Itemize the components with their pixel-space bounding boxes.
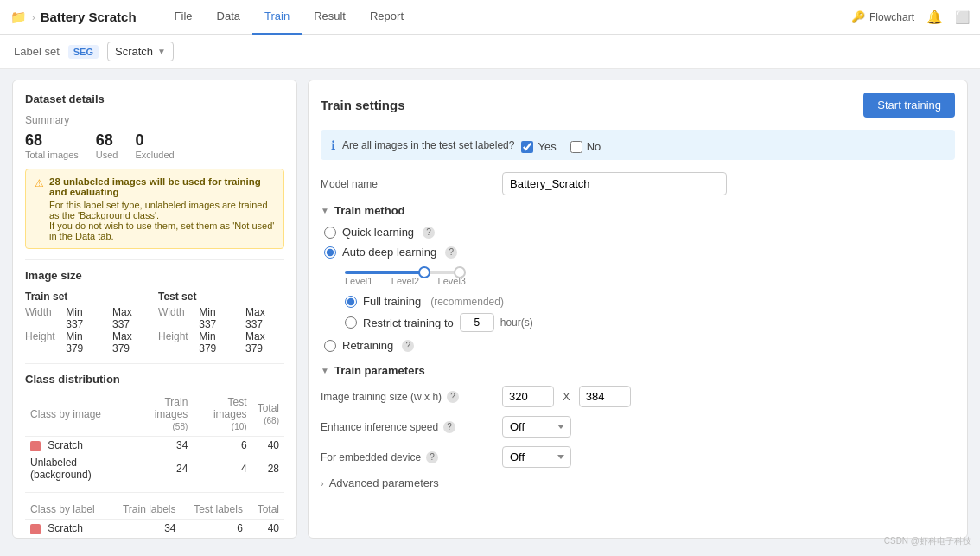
retraining-radio[interactable] [324, 340, 336, 352]
info-box: ⚠ 28 unlabeled images will be used for t… [25, 169, 284, 249]
collapse-arrow-params: ▼ [321, 366, 329, 375]
alert-box: ℹ Are all images in the test set labeled… [321, 130, 955, 160]
labelset-dropdown[interactable]: Scratch ▼ [107, 42, 174, 61]
advanced-parameters-label: Advanced parameters [329, 476, 439, 489]
restrict-training-radio[interactable] [345, 316, 357, 329]
embedded-help-icon[interactable]: ? [426, 451, 438, 463]
model-name-input[interactable] [502, 172, 727, 195]
left-panel: Dataset details Summary 68 Total images … [12, 80, 297, 539]
start-training-button[interactable]: Start training [863, 93, 955, 118]
advanced-chevron-icon: › [321, 478, 324, 489]
image-size-help-icon[interactable]: ? [447, 391, 459, 403]
embedded-device-param-row: For embedded device ? Off On [321, 446, 955, 468]
model-name-row: Model name [321, 172, 955, 195]
enhance-speed-param-row: Enhance inference speed ? Off On [321, 416, 955, 438]
col-class-label: Class by label [25, 502, 110, 520]
table-row: Scratch 34 6 40 [25, 520, 284, 538]
retraining-radio-label[interactable]: Retraining ? [324, 339, 955, 352]
class-color-dot [30, 524, 41, 534]
class-name-cell: Scratch [25, 437, 131, 455]
yes-checkbox-label[interactable]: Yes [521, 140, 556, 153]
labelset-bar: Label set SEG Scratch ▼ [0, 35, 980, 69]
col-total-label: Total [248, 502, 284, 520]
no-label: No [587, 140, 601, 153]
train-parameters-title: Train parameters [334, 364, 425, 377]
summary-used: 68 Used [96, 131, 118, 160]
image-width-input[interactable] [502, 386, 554, 407]
nav-file[interactable]: File [162, 0, 205, 35]
test-width-label: Width [158, 306, 192, 330]
auto-deep-learning-radio[interactable] [324, 246, 336, 259]
test-width-row: Width Min 337 Max 337 [158, 306, 284, 330]
no-checkbox[interactable] [570, 141, 582, 153]
restrict-training-label: Restrict training to [363, 316, 454, 329]
class-dist-title: Class distribution [25, 373, 284, 386]
restrict-hours-input[interactable] [460, 313, 494, 332]
retraining-help-icon[interactable]: ? [402, 340, 414, 352]
nav-result[interactable]: Result [302, 0, 358, 35]
class-name-cell: Total [25, 537, 110, 539]
nav-train[interactable]: Train [252, 0, 302, 35]
full-training-radio-label[interactable]: Full training (recommended) [345, 295, 955, 308]
level1-label: Level1 [345, 276, 372, 286]
train-width-max: Max 337 [112, 306, 151, 330]
embedded-device-select[interactable]: Off On [502, 446, 571, 468]
restrict-training-radio-label[interactable]: Restrict training to hour(s) [345, 313, 955, 332]
full-training-radio[interactable] [345, 296, 357, 308]
app-title: Battery Scratch [41, 10, 137, 24]
flowchart-label: Flowchart [869, 11, 914, 23]
info-main-text: 28 unlabeled images will be used for tra… [49, 176, 275, 197]
nav-report[interactable]: Report [358, 0, 416, 35]
enhance-speed-select[interactable]: Off On [502, 416, 571, 438]
model-name-label: Model name [321, 178, 493, 190]
summary-total: 68 Total images [25, 131, 79, 160]
col-total-image: Total (68) [252, 394, 284, 437]
col-train-image: Train images (58) [131, 394, 194, 437]
col-class-image: Class by image [25, 394, 131, 437]
bell-icon[interactable]: 🔔 [926, 10, 943, 25]
train-header: Train settings Start training [321, 93, 955, 118]
auto-deep-help-icon[interactable]: ? [445, 246, 457, 259]
slider-thumb[interactable] [418, 266, 430, 278]
test-set-label: Test set [158, 291, 284, 303]
advanced-parameters-row[interactable]: › Advanced parameters [321, 476, 955, 489]
flowchart-button[interactable]: 🔑 Flowchart [851, 10, 914, 23]
nav-data[interactable]: Data [205, 0, 252, 35]
yes-checkbox[interactable] [521, 141, 533, 153]
train-height-max: Max 379 [112, 330, 151, 355]
col-train-label: Train labels [110, 502, 181, 520]
level2-label: Level2 [391, 276, 419, 286]
train-set-size: Train set Width Min 337 Max 337 Height M… [25, 291, 151, 355]
total-label-cell: 40 [248, 520, 284, 538]
no-checkbox-label[interactable]: No [570, 140, 601, 153]
size-grid: Train set Width Min 337 Max 337 Height M… [25, 291, 284, 355]
image-height-input[interactable] [579, 386, 631, 407]
dropdown-arrow: ▼ [157, 47, 166, 56]
auto-deep-learning-radio-label[interactable]: Auto deep learning ? [324, 246, 955, 259]
train-method-section[interactable]: ▼ Train method [321, 204, 955, 217]
test-label-cell: 6 [181, 537, 248, 539]
summary-excluded: 0 Excluded [135, 131, 174, 160]
quick-learning-radio[interactable] [324, 227, 336, 239]
labeled-checkbox-group: Yes No [521, 140, 601, 153]
quick-learning-help-icon[interactable]: ? [423, 227, 435, 239]
test-height-row: Height Min 379 Max 379 [158, 330, 284, 355]
test-height-min: Min 379 [199, 330, 235, 355]
train-count-cell: 24 [131, 454, 194, 483]
class-by-label-table: Class by label Train labels Test labels … [25, 502, 284, 539]
table-row: Unlabeled (background) 24 4 28 [25, 454, 284, 483]
enhance-help-icon[interactable]: ? [443, 421, 455, 433]
test-height-vals: Min 379 Max 379 [199, 330, 284, 355]
test-height-label: Height [158, 330, 192, 355]
train-label-cell: 34 [110, 537, 181, 539]
train-parameters-section[interactable]: ▼ Train parameters [321, 364, 955, 377]
yes-label: Yes [538, 140, 556, 153]
window-icon[interactable]: ⬜ [955, 10, 970, 24]
right-panel: Train settings Start training ℹ Are all … [308, 80, 968, 539]
class-name-cell: Unlabeled (background) [25, 454, 131, 483]
labelset-badge: SEG [68, 45, 99, 59]
info-icon: ⚠ [35, 177, 44, 241]
train-width-vals: Min 337 Max 337 [66, 306, 151, 330]
quick-learning-radio-label[interactable]: Quick learning ? [324, 226, 955, 239]
enhance-speed-label: Enhance inference speed ? [321, 421, 493, 433]
